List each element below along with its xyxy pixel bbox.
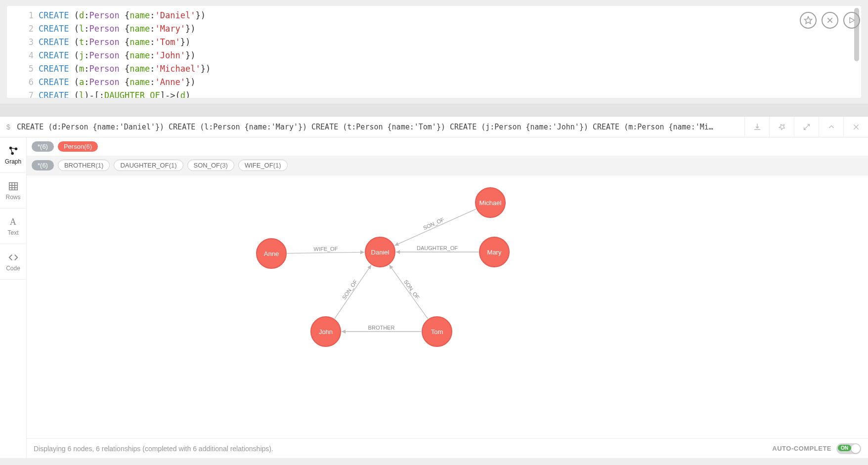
code-icon [8, 252, 19, 263]
svg-text:BROTHER: BROTHER [368, 325, 395, 331]
pin-button[interactable] [769, 117, 794, 137]
editor-panel: 1234567 CREATE (d:Person {name:'Daniel'}… [0, 0, 868, 104]
svg-marker-33 [342, 330, 346, 334]
clear-button[interactable] [822, 12, 838, 29]
favorite-button[interactable] [800, 12, 817, 29]
graph-node-michael[interactable]: Michael [475, 187, 506, 218]
view-code-label: Code [6, 265, 20, 272]
svg-text:DAUGHTER_OF: DAUGHTER_OF [417, 245, 458, 251]
svg-marker-0 [805, 17, 812, 24]
view-graph[interactable]: Graph [0, 137, 26, 173]
status-bar: Displaying 6 nodes, 6 relationships (com… [27, 438, 868, 458]
view-text-label: Text [7, 229, 18, 236]
view-code[interactable]: Code [0, 244, 26, 280]
close-icon [826, 16, 834, 24]
graph-visualization[interactable]: WIFE_OFDAUGHTER_OFSON_OFSON_OFSON_OFBROT… [27, 175, 868, 438]
brother-chip[interactable]: BROTHER(1) [58, 160, 110, 171]
auto-complete-toggle[interactable]: ON [836, 443, 861, 454]
svg-text:SON_OF: SON_OF [403, 279, 421, 300]
rel-types-row: *(6) BROTHER(1) DAUGHTER_OF(1) SON_OF(3)… [27, 156, 868, 175]
son-of-chip[interactable]: SON_OF(3) [187, 160, 234, 171]
editor-controls [800, 12, 860, 29]
person-chip-count: (6) [84, 143, 92, 150]
view-rows[interactable]: Rows [0, 173, 26, 209]
pin-icon [778, 123, 786, 131]
svg-marker-21 [396, 250, 400, 254]
prompt-symbol: $ [0, 123, 12, 131]
all-nodes-chip[interactable]: *(6) [32, 141, 54, 152]
expand-icon [803, 123, 811, 131]
toggle-knob [851, 444, 860, 453]
view-graph-label: Graph [5, 158, 21, 165]
cypher-editor[interactable]: 1234567 CREATE (d:Person {name:'Daniel'}… [7, 6, 861, 98]
svg-marker-3 [850, 18, 854, 23]
view-rows-label: Rows [5, 194, 20, 201]
editor-gutter: 1234567 [7, 9, 39, 98]
close-icon [852, 123, 860, 131]
all-rels-chip[interactable]: *(6) [32, 160, 54, 170]
download-button[interactable] [744, 117, 769, 137]
svg-marker-30 [390, 265, 393, 269]
collapse-button[interactable] [819, 117, 843, 137]
svg-line-29 [390, 265, 428, 319]
graph-node-daniel[interactable]: Daniel [365, 237, 395, 267]
auto-complete-label: AUTO-COMPLETE [772, 445, 831, 452]
status-text: Displaying 6 nodes, 6 relationships (com… [34, 445, 273, 453]
person-chip[interactable]: Person(6) [58, 141, 98, 152]
graph-node-john[interactable]: John [310, 316, 341, 347]
table-icon [8, 181, 19, 192]
download-icon [753, 123, 762, 131]
result-panel: Graph Rows A Text Code *(6) Person(6) *(… [0, 137, 868, 458]
view-switcher: Graph Rows A Text Code [0, 137, 27, 458]
expand-button[interactable] [794, 117, 819, 137]
toggle-on-text: ON [838, 445, 851, 451]
daughter-of-chip[interactable]: DAUGHTER_OF(1) [114, 160, 183, 171]
graph-node-mary[interactable]: Mary [479, 237, 510, 267]
result-actions [744, 117, 868, 137]
view-text[interactable]: A Text [0, 209, 26, 244]
play-icon [848, 16, 856, 24]
executed-query-text: CREATE (d:Person {name:'Daniel'}) CREATE… [12, 123, 744, 131]
text-icon: A [8, 216, 19, 227]
node-labels-row: *(6) Person(6) [27, 137, 868, 156]
svg-rect-11 [9, 182, 17, 190]
svg-text:SON_OF: SON_OF [341, 279, 359, 300]
star-icon [804, 16, 813, 25]
chevron-up-icon [827, 123, 835, 131]
svg-text:SON_OF: SON_OF [422, 216, 445, 231]
wife-of-chip[interactable]: WIFE_OF(1) [238, 160, 288, 171]
query-summary-row: $ CREATE (d:Person {name:'Daniel'}) CREA… [0, 117, 868, 137]
svg-marker-18 [360, 251, 364, 254]
separator-bar [0, 104, 868, 117]
graph-node-tom[interactable]: Tom [422, 316, 452, 347]
run-button[interactable] [843, 12, 860, 29]
svg-marker-27 [367, 265, 371, 269]
graph-node-anne[interactable]: Anne [256, 238, 287, 269]
svg-line-23 [394, 209, 476, 246]
editor-code[interactable]: CREATE (d:Person {name:'Daniel'})CREATE … [39, 9, 861, 98]
close-result-button[interactable] [843, 117, 868, 137]
svg-text:WIFE_OF: WIFE_OF [313, 246, 338, 252]
person-chip-label: Person [64, 143, 84, 150]
graph-icon [8, 145, 19, 156]
svg-text:A: A [9, 217, 16, 227]
svg-line-26 [335, 265, 371, 318]
svg-line-17 [287, 252, 364, 253]
canvas-area: *(6) Person(6) *(6) BROTHER(1) DAUGHTER_… [27, 137, 868, 458]
